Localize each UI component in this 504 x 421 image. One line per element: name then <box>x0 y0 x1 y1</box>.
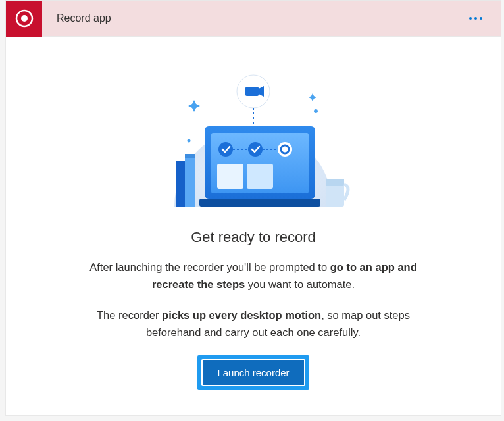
svg-rect-12 <box>185 154 195 158</box>
text-bold: picks up every desktop motion <box>162 309 321 321</box>
svg-rect-14 <box>199 199 320 207</box>
ellipsis-icon <box>469 17 472 20</box>
content-heading: Get ready to record <box>32 229 474 246</box>
svg-rect-22 <box>217 164 243 189</box>
svg-point-17 <box>248 142 263 157</box>
panel-content: Get ready to record After launching the … <box>6 37 501 390</box>
record-app-panel: Record app <box>5 0 501 416</box>
svg-marker-2 <box>188 100 200 112</box>
text-part: After launching the recorder you'll be p… <box>89 261 330 273</box>
svg-rect-7 <box>245 87 259 96</box>
svg-rect-11 <box>185 154 195 207</box>
panel-header: Record app <box>6 1 501 37</box>
svg-rect-23 <box>247 164 273 189</box>
svg-point-16 <box>218 142 233 157</box>
launch-recorder-button[interactable]: Launch recorder <box>201 359 305 386</box>
svg-point-3 <box>314 109 318 113</box>
svg-rect-25 <box>326 179 344 186</box>
illustration <box>148 55 359 213</box>
svg-rect-10 <box>176 161 185 207</box>
ellipsis-icon <box>474 17 477 20</box>
record-icon-box <box>6 1 42 37</box>
svg-marker-5 <box>309 93 316 101</box>
ellipsis-icon <box>480 17 482 20</box>
text-part: The recorder <box>97 309 162 321</box>
button-highlight-frame: Launch recorder <box>197 355 309 390</box>
record-icon <box>15 9 34 28</box>
description-paragraph-1: After launching the recorder you'll be p… <box>69 259 438 293</box>
svg-point-4 <box>188 139 191 143</box>
more-menu-button[interactable] <box>464 12 488 25</box>
svg-point-18 <box>278 142 292 157</box>
description-paragraph-2: The recorder picks up every desktop moti… <box>69 307 438 341</box>
text-part: you want to automate. <box>245 278 355 290</box>
panel-title: Record app <box>57 12 111 24</box>
svg-point-1 <box>21 15 28 22</box>
